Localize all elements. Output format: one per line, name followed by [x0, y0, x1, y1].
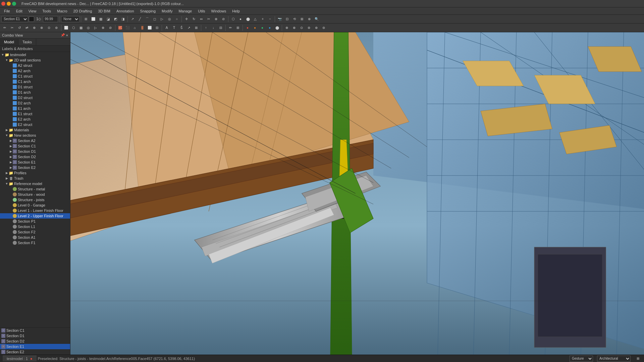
section-selector[interactable]: Section E1: [1, 16, 28, 22]
tb2-snap2[interactable]: ⊗: [291, 25, 298, 31]
tb-c2[interactable]: ▷: [159, 16, 165, 22]
arrow-trash[interactable]: ▶: [5, 177, 9, 180]
tb2-down[interactable]: ↓: [210, 25, 217, 31]
tree-item-2d-wall-sections[interactable]: ▼ 📂 2D wall sections: [0, 57, 70, 63]
tb2-dim[interactable]: A: [163, 25, 170, 31]
menu-modify[interactable]: Modify: [159, 8, 175, 14]
tree-item-section-a2[interactable]: ▶ ⌖ Section A2: [0, 138, 70, 143]
tree-item-section-e1[interactable]: ▶ ⌖ Section E1: [0, 160, 70, 165]
section-color-btn[interactable]: [29, 16, 34, 22]
section-item-e2[interactable]: ⌖ Section E2: [0, 349, 70, 355]
tree-item-d1-struct[interactable]: D1 struct: [0, 84, 70, 90]
tb-plus[interactable]: +: [259, 16, 266, 22]
tb2-door[interactable]: 🚪: [139, 25, 146, 31]
tree-item-struct-wood[interactable]: Structure - wood: [0, 192, 70, 197]
section-item-d1[interactable]: ⌖ Section D1: [0, 333, 70, 338]
arrow-testmodel[interactable]: ▼: [1, 53, 5, 56]
menu-file[interactable]: File: [1, 8, 13, 14]
status-model-tab[interactable]: testmodel : 1 ●: [3, 356, 37, 361]
tb-grid[interactable]: ⊞: [83, 16, 89, 22]
tb-sphere[interactable]: ●: [237, 16, 244, 22]
tb2-c4[interactable]: ●: [266, 25, 273, 31]
tb-curve[interactable]: ⌒: [144, 16, 151, 22]
close-button[interactable]: [1, 2, 5, 6]
nav-mode-selector[interactable]: Gesture: [570, 356, 593, 362]
tb-c4[interactable]: ○: [173, 16, 180, 22]
tb2-c2[interactable]: ●: [252, 25, 258, 31]
tb-join[interactable]: ⊕: [213, 16, 219, 22]
window-controls[interactable]: [1, 2, 16, 6]
arrow-new-sections[interactable]: ▼: [5, 134, 9, 137]
tb2-arr[interactable]: ⊞: [193, 25, 200, 31]
tree-item-e2-struct[interactable]: E2 struct: [0, 122, 70, 127]
tb-line[interactable]: ╱: [137, 16, 143, 22]
arrow-materials[interactable]: ▶: [5, 128, 9, 132]
tree-item-d2-struct[interactable]: D2 struct: [0, 95, 70, 100]
tree-item-c1-struct[interactable]: C1 struct: [0, 74, 70, 79]
tree-item-new-sections[interactable]: ▼ 📁 New sections: [0, 133, 70, 138]
fit-view-btn[interactable]: ⊞: [635, 356, 641, 361]
tb-frame[interactable]: ⬜: [90, 16, 97, 22]
tb2-4[interactable]: ⇌: [23, 25, 30, 31]
menu-help[interactable]: Help: [229, 8, 243, 14]
tree-item-e1-arch[interactable]: E1 arch: [0, 106, 70, 111]
tb-cam1[interactable]: 📷: [276, 16, 283, 22]
tree-item-section-a1[interactable]: Section A1: [0, 235, 70, 240]
snap-selector[interactable]: None: [61, 16, 79, 22]
tb2-c1[interactable]: ●: [244, 25, 251, 31]
pct-input[interactable]: [43, 16, 58, 22]
tree-item-struct-metal[interactable]: Structure - metal: [0, 186, 70, 192]
tb2-text[interactable]: T: [171, 25, 177, 31]
tb2-snap6[interactable]: ⊜: [320, 25, 327, 31]
tree-item-section-f1[interactable]: Section F1: [0, 240, 70, 245]
tb2-stair[interactable]: ⊟: [154, 25, 160, 31]
draw-style-selector[interactable]: Architectural: [597, 356, 631, 362]
tb2-15[interactable]: ⊘: [107, 25, 114, 31]
tb2-grp[interactable]: ⊞: [234, 25, 241, 31]
tab-tasks[interactable]: Tasks: [18, 39, 36, 45]
tb-split[interactable]: ⊘: [220, 16, 227, 22]
tb2-5[interactable]: ⊕: [31, 25, 38, 31]
arrow-profiles[interactable]: ▶: [5, 171, 9, 175]
tb2-leader[interactable]: ↗: [185, 25, 192, 31]
tree-item-reference-model[interactable]: ▼ 📁 Reference model: [0, 181, 70, 186]
tree-item-trash[interactable]: ▶ 🗑 Trash: [0, 176, 70, 181]
tb2-roof[interactable]: ⌂: [131, 25, 138, 31]
viewport[interactable]: [70, 32, 644, 355]
arrow-2d-wall[interactable]: ▼: [5, 58, 9, 62]
tb-b4[interactable]: ◨: [119, 16, 126, 22]
tree-item-section-p1[interactable]: Section P1: [0, 219, 70, 224]
combo-pin-icon[interactable]: 📌: [61, 33, 65, 37]
tb2-2[interactable]: ✂: [9, 25, 15, 31]
tb2-cut[interactable]: ⊟: [217, 25, 224, 31]
menu-2d-drafting[interactable]: 2D Drafting: [71, 8, 95, 14]
tree-item-c1-arch[interactable]: C1 arch: [0, 79, 70, 84]
menu-view[interactable]: View: [26, 8, 39, 14]
tb2-c3[interactable]: ●: [259, 25, 266, 31]
section-item-c1[interactable]: ⌖ Section C1: [0, 328, 70, 333]
tree-item-section-c1[interactable]: ▶ ⌖ Section C1: [0, 143, 70, 149]
tb-scale[interactable]: ⇔: [198, 16, 205, 22]
tb2-7[interactable]: ⊙: [46, 25, 52, 31]
tb-cone[interactable]: △: [252, 16, 259, 22]
tb2-snap3[interactable]: ⊙: [298, 25, 305, 31]
tb-zoom[interactable]: 🔍: [313, 16, 320, 22]
tb-b3[interactable]: ◩: [112, 16, 119, 22]
menu-snapping[interactable]: Snapping: [138, 8, 159, 14]
tb2-3[interactable]: ↺: [16, 25, 23, 31]
tree-item-d2-arch[interactable]: D2 arch: [0, 100, 70, 106]
tb2-12[interactable]: ◎: [85, 25, 92, 31]
menu-edit[interactable]: Edit: [13, 8, 25, 14]
tb2-up[interactable]: ↑: [203, 25, 209, 31]
menu-manage[interactable]: Manage: [176, 8, 195, 14]
tb2-anno[interactable]: S̄: [178, 25, 185, 31]
tree-item-e2-arch[interactable]: E2 arch: [0, 117, 70, 122]
tb-cam2[interactable]: ⊡: [284, 16, 290, 22]
tree-item-section-l1[interactable]: Section L1: [0, 224, 70, 229]
minimize-button[interactable]: [7, 2, 11, 6]
menu-tools[interactable]: Tools: [40, 8, 54, 14]
tree-item-d1-arch[interactable]: D1 arch: [0, 90, 70, 95]
tb-views[interactable]: ⊞: [299, 16, 305, 22]
tb-b1[interactable]: ▦: [97, 16, 104, 22]
tb2-10[interactable]: ⬡: [70, 25, 77, 31]
